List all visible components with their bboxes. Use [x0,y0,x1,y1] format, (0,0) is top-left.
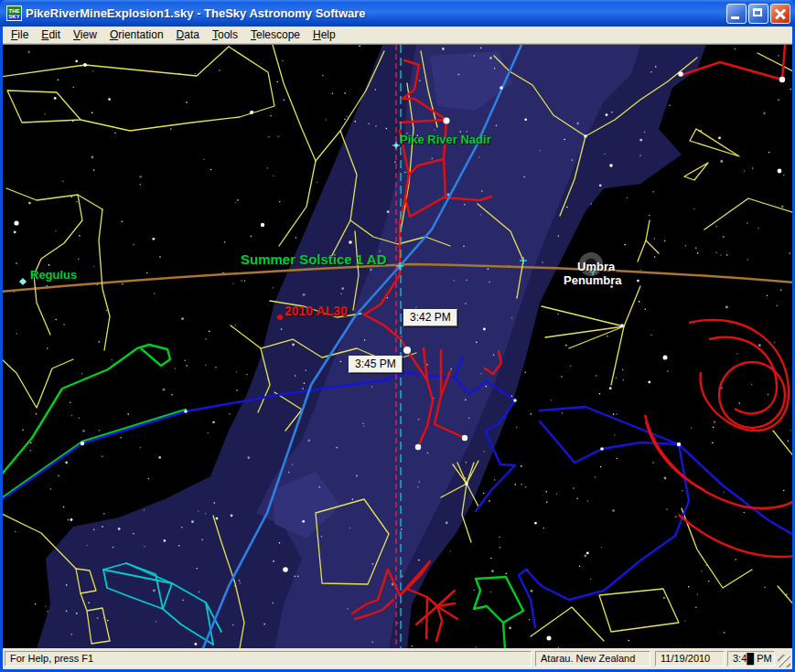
label-umbra: Umbra [577,261,615,273]
status-time: 3:4█ PM [727,651,775,667]
status-bar: For Help, press F1 Atarau. New Zealand 1… [3,648,792,669]
time-tooltip-345: 3:45 PM [349,356,403,373]
menu-item-data[interactable]: Data [170,27,206,42]
maximize-button[interactable] [748,4,768,24]
app-icon: THE SKY [6,5,22,21]
menu-item-help[interactable]: Help [306,27,342,42]
menu-item-telescope[interactable]: Telescope [244,27,306,42]
minimize-button[interactable] [726,4,747,24]
label-2010-al30: 2010 AL30 [285,304,348,318]
menu-item-file[interactable]: File [5,27,35,42]
label-pike-river-nadir: Pike River Nadir [400,133,491,146]
close-button[interactable] [770,4,790,24]
menu-item-view[interactable]: View [67,27,103,42]
label-penumbra: Penumbra [564,274,622,287]
status-location: Atarau. New Zealand [535,651,650,667]
label-summer-solstice: Summer Solstice 1 AD [241,252,387,268]
menu-item-edit[interactable]: Edit [35,27,67,42]
sky-canvas [3,45,792,648]
menu-bar: FileEditViewOrientationDataToolsTelescop… [3,27,792,44]
menu-item-tools[interactable]: Tools [206,27,244,42]
resize-grip[interactable] [778,655,790,667]
label-regulus: Regulus [30,269,77,282]
menu-item-orientation[interactable]: Orientation [103,27,170,42]
status-help-text: For Help, press F1 [5,651,532,667]
time-tooltip-342: 3:42 PM [403,309,457,326]
window-title: PikeRiverMineExplosion1.sky - TheSky Ast… [26,6,726,20]
star-map[interactable]: Pike River NadirSummer Solstice 1 ADRegu… [3,44,792,648]
app-window: THE SKY PikeRiverMineExplosion1.sky - Th… [0,0,795,672]
title-bar[interactable]: THE SKY PikeRiverMineExplosion1.sky - Th… [0,0,795,27]
status-date: 11/19/2010 [655,651,725,667]
